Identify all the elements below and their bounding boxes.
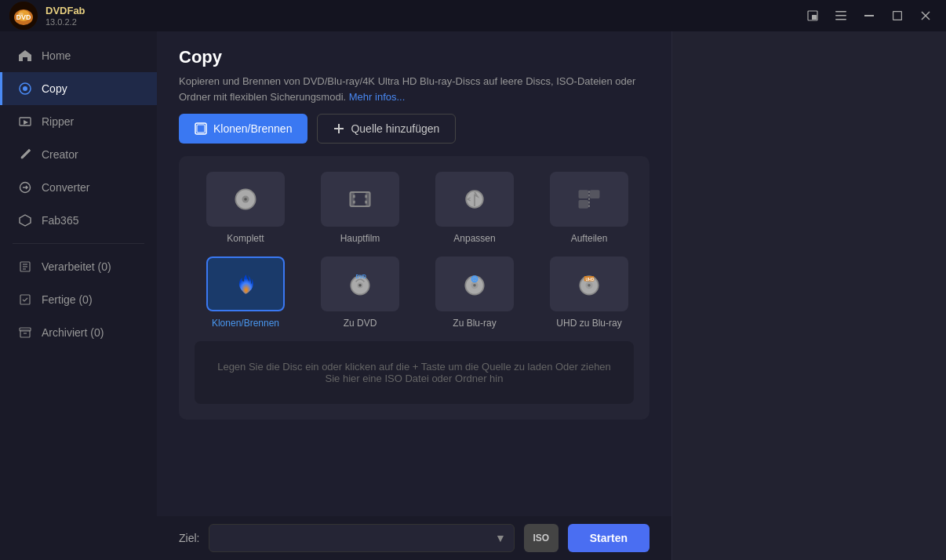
drop-zone-text: Legen Sie die Disc ein oder klicken auf … <box>210 361 618 384</box>
card-aufteilen[interactable]: Aufteilen <box>538 172 640 244</box>
svg-text:DVD: DVD <box>16 13 31 21</box>
sidebar-label-home: Home <box>42 49 71 62</box>
copy-icon <box>18 82 32 96</box>
more-info-link[interactable]: Mehr infos... <box>349 91 406 103</box>
card-icon-klonen-brennen <box>206 256 285 311</box>
action-bar: Klonen/Brennen Quelle hinzufügen <box>157 114 671 156</box>
iso-badge[interactable]: ISO <box>524 524 559 552</box>
titlebar-controls <box>802 5 937 27</box>
sidebar-item-copy[interactable]: Copy <box>0 72 157 105</box>
card-label-zu-dvd: Zu DVD <box>344 318 377 329</box>
svg-rect-24 <box>20 295 30 304</box>
card-icon-uhd-blu-ray: UHD <box>550 256 628 311</box>
svg-rect-8 <box>835 15 846 16</box>
sidebar-item-creator[interactable]: Creator <box>0 138 157 171</box>
svg-rect-43 <box>579 191 588 198</box>
card-icon-zu-dvd: DVD <box>321 256 399 311</box>
svg-point-34 <box>244 198 247 201</box>
card-uhd-blu-ray[interactable]: UHD UHD zu Blu-ray <box>538 256 640 329</box>
svg-rect-11 <box>893 12 902 20</box>
svg-rect-37 <box>366 192 369 206</box>
svg-point-51 <box>358 284 362 287</box>
svg-text:DVD: DVD <box>356 274 367 279</box>
svg-rect-40 <box>365 195 367 198</box>
content-header: Copy Kopieren und Brennen von DVD/Blu-ra… <box>157 31 671 114</box>
svg-rect-36 <box>350 192 354 206</box>
ziel-input-wrapper[interactable]: ▼ <box>209 524 514 552</box>
ziel-label: Ziel: <box>179 532 199 544</box>
svg-marker-17 <box>24 120 28 125</box>
sidebar-label-creator: Creator <box>42 148 78 161</box>
sidebar-item-ripper[interactable]: Ripper <box>0 105 157 138</box>
sidebar-item-verarbeitet[interactable]: Verarbeitet (0) <box>0 250 157 283</box>
menu-button[interactable] <box>830 5 852 27</box>
sidebar-item-converter[interactable]: Converter <box>0 171 157 204</box>
app-title-block: DVDFab 13.0.2.2 <box>45 5 86 27</box>
svg-rect-9 <box>835 19 846 20</box>
card-label-hauptfilm: Hauptfilm <box>340 233 380 244</box>
start-button[interactable]: Starten <box>568 524 649 552</box>
svg-rect-39 <box>353 201 355 204</box>
card-komplett[interactable]: Komplett <box>195 172 297 244</box>
card-label-zu-blu-ray: Zu Blu-ray <box>453 318 496 329</box>
svg-rect-38 <box>353 195 355 198</box>
converter-icon <box>18 180 32 195</box>
sidebar-item-fertige[interactable]: Fertige (0) <box>0 283 157 316</box>
card-zu-blu-ray[interactable]: Zu Blu-ray <box>424 256 526 329</box>
sidebar-label-fab365: Fab365 <box>42 214 78 227</box>
archiviert-icon <box>18 325 32 340</box>
card-zu-dvd[interactable]: DVD Zu DVD <box>309 256 411 329</box>
card-icon-hauptfilm <box>321 172 399 227</box>
card-anpassen[interactable]: Anpassen <box>424 172 526 244</box>
sidebar-label-verarbeitet: Verarbeitet (0) <box>42 260 111 273</box>
ripper-icon <box>18 115 32 129</box>
svg-rect-10 <box>864 15 874 16</box>
main-layout: Home Copy Ripper <box>0 31 946 560</box>
sidebar-label-ripper: Ripper <box>42 115 74 128</box>
sidebar-item-home[interactable]: Home <box>0 39 157 72</box>
card-klonen-brennen[interactable]: Klonen/Brennen <box>195 256 297 329</box>
clone-burn-button[interactable]: Klonen/Brennen <box>179 114 307 144</box>
content-description: Kopieren und Brennen von DVD/Blu-ray/4K … <box>179 74 649 104</box>
svg-point-55 <box>473 284 476 287</box>
sidebar-label-fertige: Fertige (0) <box>42 293 93 306</box>
creator-icon <box>18 147 32 162</box>
svg-rect-6 <box>812 15 817 20</box>
pip-button[interactable] <box>802 5 824 27</box>
card-icon-komplett <box>206 172 285 227</box>
app-title: DVDFab <box>45 5 86 17</box>
content-area: Copy Kopieren und Brennen von DVD/Blu-ra… <box>157 31 671 560</box>
card-label-komplett: Komplett <box>227 233 264 244</box>
card-icon-aufteilen <box>550 172 628 227</box>
card-icon-anpassen <box>435 172 514 227</box>
sidebar-item-fab365[interactable]: Fab365 <box>0 204 157 237</box>
clone-burn-label: Klonen/Brennen <box>213 122 292 135</box>
sidebar-divider <box>13 243 144 244</box>
svg-point-62 <box>588 284 591 287</box>
svg-rect-44 <box>591 191 599 198</box>
fab365-icon <box>18 213 32 227</box>
cards-container: Komplett <box>157 156 671 516</box>
sidebar-label-archiviert: Archiviert (0) <box>42 326 104 339</box>
card-label-uhd-blu-ray: UHD zu Blu-ray <box>556 318 621 329</box>
add-source-button[interactable]: Quelle hinzufügen <box>317 114 456 144</box>
titlebar: DVD DVDFab 13.0.2.2 <box>0 0 946 31</box>
page-title: Copy <box>179 47 649 67</box>
app-logo: DVD <box>9 2 38 30</box>
close-button[interactable] <box>915 5 937 27</box>
minimize-button[interactable] <box>858 5 880 27</box>
ziel-input[interactable] <box>217 533 494 544</box>
description-text: Kopieren und Brennen von DVD/Blu-ray/4K … <box>179 75 635 103</box>
drop-zone: Legen Sie die Disc ein oder klicken auf … <box>195 341 634 404</box>
sidebar-item-archiviert[interactable]: Archiviert (0) <box>0 316 157 349</box>
svg-rect-29 <box>197 125 205 133</box>
maximize-button[interactable] <box>886 5 908 27</box>
card-label-klonen-brennen: Klonen/Brennen <box>212 318 279 329</box>
sidebar-label-converter: Converter <box>42 181 89 194</box>
ziel-dropdown-button[interactable]: ▼ <box>495 532 506 544</box>
card-label-anpassen: Anpassen <box>453 233 495 244</box>
cards-grid-wrapper: Komplett <box>179 156 649 420</box>
card-icon-zu-blu-ray <box>435 256 514 311</box>
titlebar-left: DVD DVDFab 13.0.2.2 <box>9 2 86 30</box>
card-hauptfilm[interactable]: Hauptfilm <box>309 172 411 244</box>
